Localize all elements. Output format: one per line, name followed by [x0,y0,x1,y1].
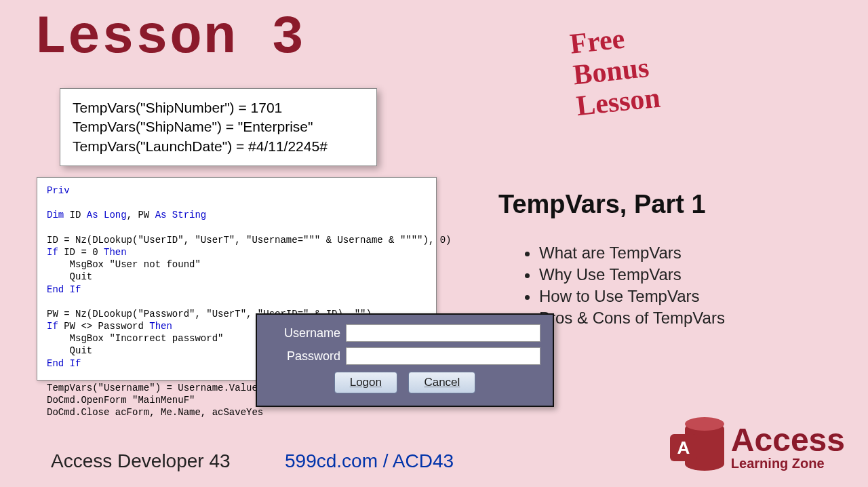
lesson-title: Lesson 3 [34,7,305,69]
code-line: End If [47,284,81,295]
code-frag: As String [155,210,207,220]
code-line: MsgBox "User not found" [47,259,201,270]
access-a-badge-icon: A [670,434,697,461]
topic-subtitle: TempVars, Part 1 [498,190,706,219]
logo-text: Access Learning Zone [731,424,845,470]
list-item: Pros & Cons of TempVars [539,309,725,328]
password-row: Password [269,347,540,365]
list-item: Why Use TempVars [539,265,725,284]
code-frag: Dim [47,210,64,220]
cancel-button[interactable]: Cancel [408,372,475,393]
code-frag: Then [149,321,172,332]
logon-button[interactable]: Logon [334,372,397,393]
username-label: Username [269,326,340,340]
access-learning-zone-logo: A Access Learning Zone [670,421,845,473]
code-line: Quit [47,345,92,356]
snippet-line: TempVars("ShipNumber") = 1701 [73,98,364,117]
code-frag: As Long [87,210,127,220]
password-label: Password [269,349,340,364]
free-bonus-text: Free Bonus Lesson [568,22,661,121]
username-input[interactable] [346,324,540,342]
code-frag: , PW [127,210,155,220]
tempvars-snippet: TempVars("ShipNumber") = 1701 TempVars("… [60,88,377,166]
code-line: DoCmd.Close acForm, Me.Name, acSaveYes [47,407,263,418]
code-line: End If [47,358,81,369]
snippet-line: TempVars("ShipName") = "Enterprise" [73,117,364,136]
footer-course-title: Access Developer 43 [51,450,231,472]
snippet-line: TempVars("LaunchDate") = #4/11/2245# [73,137,364,156]
code-frag: PW <> Password [58,321,149,332]
code-line: DoCmd.OpenForm "MainMenuF" [47,395,195,406]
logo-big: Access [731,424,845,456]
footer-url: 599cd.com / ACD43 [285,450,454,472]
list-item: What are TempVars [539,244,725,262]
code-frag: Then [104,247,127,258]
list-item: How to Use TempVars [539,287,725,306]
login-button-row: Logon Cancel [269,372,540,393]
username-row: Username [269,324,540,342]
code-line: ID = Nz(DLookup("UserID", "UserT", "User… [47,235,452,246]
code-frag: ID = 0 [58,247,104,258]
logo-small: Learning Zone [731,456,845,470]
code-line: MsgBox "Incorrect password" [47,333,223,344]
code-line: Quit [47,271,92,282]
login-dialog: Username Password Logon Cancel [256,313,554,407]
code-frag: Priv [47,185,70,196]
code-line: TempVars("Username") = Username.Value [47,383,258,393]
password-input[interactable] [346,347,540,365]
free-bonus-badge: Free Bonus Lesson [568,20,662,122]
code-frag: If [47,321,58,332]
code-frag: ID [64,210,87,220]
code-frag: If [47,247,58,258]
access-icon: A [670,421,724,473]
